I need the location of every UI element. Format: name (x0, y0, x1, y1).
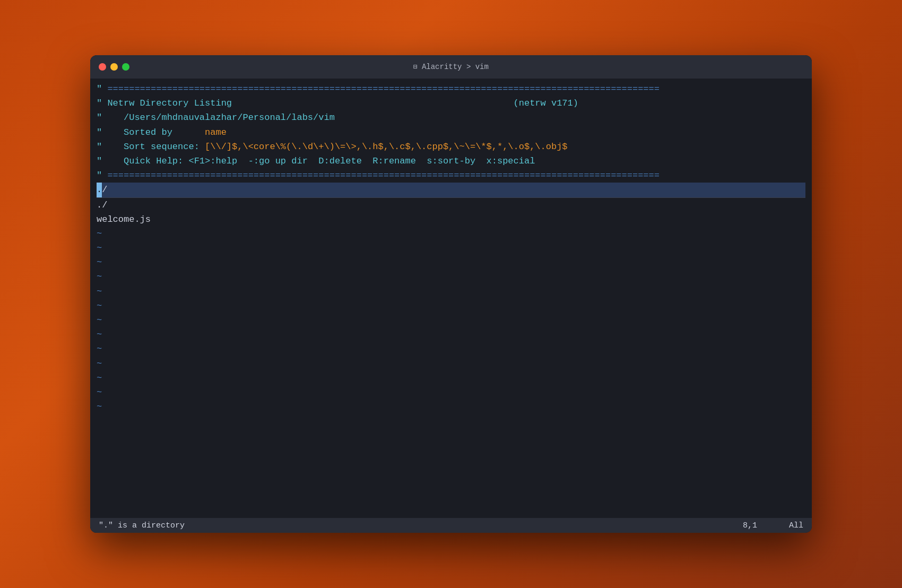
minimize-button[interactable] (110, 63, 118, 71)
line-sorted-by: " Sorted by name (97, 125, 805, 140)
terminal-body[interactable]: " ======================================… (90, 79, 812, 518)
comment-prefix: " (97, 82, 107, 96)
cursor-position: 8,1 (743, 521, 757, 530)
tilde-11: ~ (97, 371, 805, 385)
tilde-6: ~ (97, 299, 805, 313)
sort-seq-label: Sort sequence: (124, 140, 205, 154)
terminal-icon: ⊟ (413, 63, 418, 71)
title-label: Alacritty > vim (422, 63, 489, 71)
line-file: welcome.js (97, 212, 805, 227)
sorted-value: name (205, 125, 227, 140)
comment-prefix-3: " (97, 110, 124, 125)
tilde-4: ~ (97, 270, 805, 284)
tilde-10: ~ (97, 357, 805, 371)
netrw-label: Netrw Directory Listing (107, 96, 232, 110)
path-text: /Users/mhdnauvalazhar/Personal/labs/vim (124, 110, 335, 125)
tilde-3: ~ (97, 255, 805, 270)
line-quick-help: " Quick Help: <F1>:help -:go up dir D:de… (97, 154, 805, 168)
line-separator-bottom: " ======================================… (97, 168, 805, 183)
line-path: " /Users/mhdnauvalazhar/Personal/labs/vi… (97, 110, 805, 125)
line-current-dir: ./ (97, 183, 805, 197)
comment-prefix-4: " (97, 125, 124, 140)
line-parent-dir: ./ (97, 198, 805, 212)
sort-seq-value: [\\/]$,\<core\%(\.\d\+\)\=\>,\.h$,\.c$,\… (205, 140, 568, 154)
tilde-8: ~ (97, 327, 805, 342)
scroll-position: All (789, 521, 803, 530)
tilde-7: ~ (97, 313, 805, 327)
close-button[interactable] (99, 63, 106, 71)
netrw-version: (netrw v171) (514, 96, 578, 110)
separator-text: ========================================… (107, 82, 660, 96)
sorted-label: Sorted by (124, 125, 205, 140)
line-separator-top: " ======================================… (97, 82, 805, 96)
file-name: welcome.js (97, 212, 151, 227)
titlebar: ⊟ Alacritty > vim (90, 55, 812, 79)
maximize-button[interactable] (122, 63, 129, 71)
tilde-13: ~ (97, 400, 805, 414)
terminal-window: ⊟ Alacritty > vim " ====================… (90, 55, 812, 533)
status-message: "." is a directory (99, 521, 185, 530)
tilde-1: ~ (97, 227, 805, 241)
comment-prefix-7: " (97, 168, 107, 183)
tilde-5: ~ (97, 284, 805, 299)
line-netrw-title: " Netrw Directory Listing (netrw v171) (97, 96, 805, 110)
quick-help-text: Quick Help: <F1>:help -:go up dir D:dele… (124, 154, 535, 168)
tilde-9: ~ (97, 342, 805, 356)
tilde-12: ~ (97, 385, 805, 400)
statusbar: "." is a directory 8,1 All (90, 518, 812, 533)
line-sort-sequence: " Sort sequence: [\\/]$,\<core\%(\.\d\+\… (97, 140, 805, 154)
cursor: . (97, 183, 102, 197)
parent-dir-text: ./ (97, 198, 107, 212)
separator-text-2: ========================================… (107, 168, 660, 183)
statusbar-right: 8,1 All (743, 521, 803, 530)
netrw-spacing (232, 96, 514, 110)
traffic-lights (99, 63, 129, 71)
comment-prefix-5: " (97, 140, 124, 154)
tilde-2: ~ (97, 241, 805, 255)
window-title: ⊟ Alacritty > vim (413, 63, 489, 71)
comment-prefix-6: " (97, 154, 124, 168)
current-dir-rest: / (102, 183, 107, 197)
comment-prefix-2: " (97, 96, 107, 110)
